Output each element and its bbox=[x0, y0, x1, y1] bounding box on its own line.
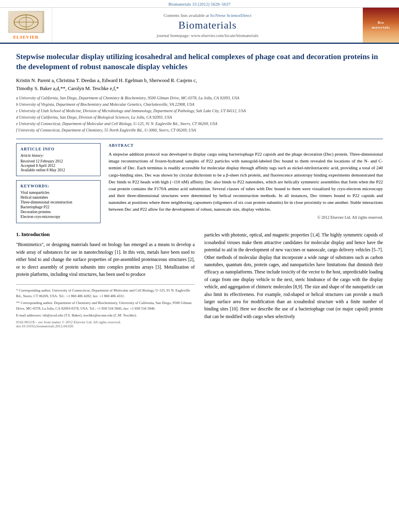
authors-line1: Kristin N. Parent a, Christina T. Deedas… bbox=[16, 78, 197, 83]
sciverse-line: Contents lists available at SciVerse Sci… bbox=[164, 13, 251, 18]
journal-title: Biomaterials bbox=[179, 19, 237, 31]
keyword-2: Helical nanotubes bbox=[21, 195, 96, 199]
accepted-date: Accepted 8 April 2012 bbox=[21, 164, 96, 168]
right-col: ABSTRACT A stepwise addition protocol wa… bbox=[109, 143, 383, 223]
journal-badge: Biomaterials bbox=[363, 8, 399, 43]
intro-heading: 1. Introduction bbox=[16, 231, 195, 238]
elsevier-graphic bbox=[8, 11, 44, 33]
history-label: Article history: bbox=[21, 154, 96, 158]
authors-line2: Timothy S. Baker a,d,**, Carolyn M. Tesc… bbox=[16, 86, 119, 91]
introduction-section: 1. Introduction "Biomimetics", or design… bbox=[16, 231, 383, 328]
received-date: Received 12 February 2012 bbox=[21, 159, 96, 163]
keyword-3: Three-dimensional reconstruction bbox=[21, 200, 96, 204]
article-title: Stepwise molecular display utilizing ico… bbox=[16, 52, 383, 72]
abstract-title: ABSTRACT bbox=[109, 143, 383, 148]
badge-text: Biomaterials bbox=[372, 21, 390, 30]
article-content: Stepwise molecular display utilizing ico… bbox=[0, 44, 399, 336]
affil-a: a University of California, San Diego, D… bbox=[16, 95, 383, 101]
authors: Kristin N. Parent a, Christina T. Deedas… bbox=[16, 76, 383, 92]
journal-header: ELSEVIER Contents lists available at Sci… bbox=[0, 8, 399, 44]
issn-line: 0142-9612/$ – see front matter © 2012 El… bbox=[16, 320, 195, 328]
keyword-6: Electron cryo-microscopy bbox=[21, 215, 96, 219]
affil-d: d University of California, San Diego, D… bbox=[16, 114, 383, 120]
keywords-title: Keywords: bbox=[21, 184, 96, 188]
affil-f: f University of Connecticut, Department … bbox=[16, 127, 383, 133]
left-col: ARTICLE INFO Article history: Received 1… bbox=[16, 143, 101, 223]
copyright-line: © 2012 Elsevier Ltd. All rights reserved… bbox=[109, 215, 383, 220]
email-footnote: E-mail addresses: tsb@ucsd.edu (T.S. Bak… bbox=[16, 313, 195, 318]
intro-left-text: "Biomimetics", or designing materials ba… bbox=[16, 241, 195, 278]
journal-center: Contents lists available at SciVerse Sci… bbox=[52, 8, 363, 43]
star-footnote: * Corresponding author. University of Co… bbox=[16, 288, 195, 299]
intro-two-col: 1. Introduction "Biomimetics", or design… bbox=[16, 231, 383, 328]
citation-bar: Biomaterials 33 (2012) 5628–5637 bbox=[0, 0, 399, 8]
double-star-footnote: ** Corresponding author. Department of C… bbox=[16, 300, 195, 311]
sciverse-link[interactable]: SciVerse ScienceDirect bbox=[210, 13, 251, 18]
doi-text: doi:10.1016/j.biomaterials.2012.04.026 bbox=[16, 324, 195, 328]
publisher-logo: ELSEVIER bbox=[0, 8, 52, 43]
journal-homepage: journal homepage: www.elsevier.com/locat… bbox=[157, 33, 259, 38]
issn-text: 0142-9612/$ – see front matter © 2012 El… bbox=[16, 320, 195, 324]
affil-c: c University of Utah School of Medicine,… bbox=[16, 108, 383, 114]
keyword-1: Viral nanoparticles bbox=[21, 191, 96, 195]
affiliations: a University of California, San Diego, D… bbox=[16, 95, 383, 133]
abstract-text: A stepwise addition protocol was develop… bbox=[109, 151, 383, 212]
keywords-box: Keywords: Viral nanoparticles Helical na… bbox=[16, 180, 101, 223]
intro-right-text: particles with photonic, optical, and ma… bbox=[204, 231, 383, 320]
keyword-5: Decoration proteins bbox=[21, 210, 96, 214]
keyword-4: Bacteriophage P22 bbox=[21, 205, 96, 209]
article-info-title: ARTICLE INFO bbox=[21, 147, 96, 151]
divider-top bbox=[16, 139, 383, 139]
intro-left-col: 1. Introduction "Biomimetics", or design… bbox=[16, 231, 195, 328]
affil-b: b University of Virginia, Department of … bbox=[16, 101, 383, 107]
affil-e: e University of Connecticut, Department … bbox=[16, 121, 383, 127]
citation-text: Biomaterials 33 (2012) 5628–5637 bbox=[169, 2, 230, 6]
footnotes-area: * Corresponding author. University of Co… bbox=[16, 284, 195, 318]
available-date: Available online 8 May 2012 bbox=[21, 168, 96, 172]
info-abstract-section: ARTICLE INFO Article history: Received 1… bbox=[16, 143, 383, 223]
elsevier-name: ELSEVIER bbox=[13, 35, 39, 39]
article-info-box: ARTICLE INFO Article history: Received 1… bbox=[16, 143, 101, 176]
intro-right-col: particles with photonic, optical, and ma… bbox=[204, 231, 383, 328]
